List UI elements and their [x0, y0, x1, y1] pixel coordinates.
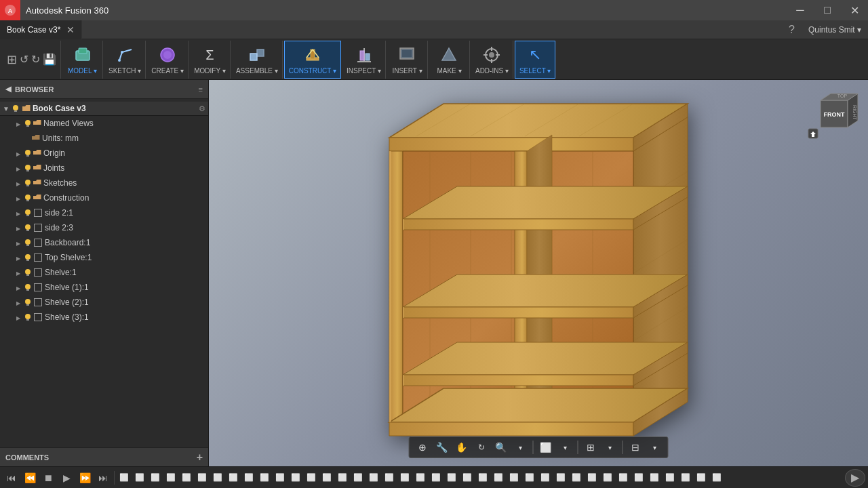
tab-bookcase[interactable]: Book Case v3* ✕	[0, 20, 82, 39]
timeline-shape-16[interactable]: ⬜	[351, 469, 366, 487]
vp-btn-pan[interactable]: ✋	[453, 439, 471, 456]
timeline-shape-11[interactable]: ⬜	[273, 469, 288, 487]
side23-expand-icon[interactable]	[14, 224, 23, 232]
timeline-shape-33[interactable]: ⬜	[616, 469, 631, 487]
tool-group-assemble[interactable]: ASSEMBLE ▾	[232, 41, 283, 79]
timeline-shape-32[interactable]: ⬜	[600, 469, 615, 487]
timeline-shape-38[interactable]: ⬜	[694, 469, 709, 487]
tool-group-create[interactable]: CREATE ▾	[147, 41, 189, 79]
timeline-shape-9[interactable]: ⬜	[241, 469, 256, 487]
timeline-shape-1[interactable]: ⬜	[117, 469, 132, 487]
playback-prev-button[interactable]: ⏪	[21, 469, 39, 487]
timeline-shape-23[interactable]: ⬜	[460, 469, 475, 487]
tree-item-shelve31[interactable]: Shelve (3):1	[0, 310, 208, 325]
comments-plus-icon[interactable]: +	[197, 451, 203, 464]
timeline-shape-7[interactable]: ⬜	[210, 469, 225, 487]
timeline-shape-10[interactable]: ⬜	[257, 469, 272, 487]
shelve31-expand-icon[interactable]	[14, 314, 23, 321]
vp-btn-zoom-dropdown[interactable]: ▾	[512, 439, 530, 456]
timeline-shape-5[interactable]: ⬜	[179, 469, 194, 487]
origin-expand-icon[interactable]	[14, 150, 23, 157]
minimize-button[interactable]: ─	[787, 0, 814, 20]
timeline-shape-35[interactable]: ⬜	[647, 469, 662, 487]
timeline-shape-25[interactable]: ⬜	[491, 469, 506, 487]
tree-item-sketches[interactable]: Sketches	[0, 176, 208, 190]
timeline-shape-13[interactable]: ⬜	[304, 469, 319, 487]
vp-btn-zoom[interactable]: 🔍	[492, 439, 510, 456]
timeline-play-button[interactable]: ▶	[845, 469, 865, 487]
vp-btn-display-settings[interactable]: 🔧	[433, 439, 451, 456]
tree-item-topshelve1[interactable]: Top Shelve:1	[0, 250, 208, 265]
tool-group-addins[interactable]: ADD-INS ▾	[471, 41, 513, 79]
timeline-shape-22[interactable]: ⬜	[444, 469, 459, 487]
playback-end-button[interactable]: ⏭	[94, 469, 112, 487]
nav-cube[interactable]: FRONT RIGHT TOP	[807, 87, 861, 141]
tool-group-inspect[interactable]: INSPECT ▾	[342, 41, 386, 79]
timeline-shape-19[interactable]: ⬜	[397, 469, 412, 487]
construction-expand-icon[interactable]	[14, 195, 23, 202]
timeline-shape-24[interactable]: ⬜	[475, 469, 490, 487]
comments-panel[interactable]: COMMENTS +	[0, 447, 208, 466]
vp-btn-orbit[interactable]: ↻	[473, 439, 490, 456]
root-expand-icon[interactable]: ▼	[3, 105, 9, 113]
redo-button[interactable]: ↻	[31, 53, 40, 66]
tree-item-shelve11[interactable]: Shelve (1):1	[0, 280, 208, 295]
viewport[interactable]: FRONT RIGHT TOP ⊕ 🔧 ✋ ↻ 🔍 ▾ ⬜ ▾ ⊞ ▾	[209, 80, 868, 466]
vp-btn-section[interactable]: ⊟	[627, 439, 644, 456]
timeline-shape-15[interactable]: ⬜	[335, 469, 350, 487]
user-menu[interactable]: Quintus Smit ▾	[802, 25, 868, 35]
browser-collapse-icon[interactable]: ◀	[5, 85, 11, 94]
timeline-shape-20[interactable]: ⬜	[413, 469, 428, 487]
timeline-shape-4[interactable]: ⬜	[163, 469, 178, 487]
tool-group-construct[interactable]: CONSTRUCT ▾	[284, 41, 341, 79]
joints-expand-icon[interactable]	[14, 165, 23, 172]
tree-item-shelve21[interactable]: Shelve (2):1	[0, 295, 208, 310]
tree-item-side23[interactable]: side 2:3	[0, 220, 208, 235]
vp-btn-section-dropdown[interactable]: ▾	[646, 439, 664, 456]
playback-start-button[interactable]: ⏮	[3, 469, 20, 487]
shelve1-expand-icon[interactable]	[14, 269, 23, 277]
timeline-shape-6[interactable]: ⬜	[195, 469, 210, 487]
browser-options-icon[interactable]: ≡	[199, 85, 203, 94]
timeline-shape-28[interactable]: ⬜	[538, 469, 553, 487]
restore-button[interactable]: □	[814, 0, 841, 20]
timeline-shape-26[interactable]: ⬜	[507, 469, 521, 487]
timeline-shape-37[interactable]: ⬜	[678, 469, 693, 487]
tool-group-make[interactable]: MAKE ▾	[429, 41, 470, 79]
tool-group-insert[interactable]: INSERT ▾	[387, 41, 428, 79]
timeline-shape-2[interactable]: ⬜	[132, 469, 147, 487]
timeline-shape-14[interactable]: ⬜	[319, 469, 334, 487]
root-settings-icon[interactable]: ⚙	[199, 104, 205, 113]
timeline-shape-3[interactable]: ⬜	[148, 469, 163, 487]
timeline-shape-31[interactable]: ⬜	[585, 469, 599, 487]
undo-button[interactable]: ↺	[20, 53, 28, 66]
timeline-shape-29[interactable]: ⬜	[553, 469, 568, 487]
tree-item-shelve1[interactable]: Shelve:1	[0, 265, 208, 280]
tree-item-named-views[interactable]: Named Views	[0, 116, 208, 131]
tool-group-model[interactable]: MODEL ▾	[62, 41, 103, 79]
browser-header[interactable]: ◀ BROWSER ≡	[0, 80, 208, 99]
tool-group-select[interactable]: ↖ SELECT ▾	[515, 41, 556, 79]
tree-item-construction[interactable]: Construction	[0, 190, 208, 205]
shelve21-expand-icon[interactable]	[14, 299, 23, 306]
playback-next-button[interactable]: ⏩	[76, 469, 94, 487]
timeline-shape-27[interactable]: ⬜	[522, 469, 537, 487]
timeline-shape-21[interactable]: ⬜	[429, 469, 443, 487]
timeline-shape-36[interactable]: ⬜	[663, 469, 677, 487]
playback-play-button[interactable]: ▶	[58, 469, 75, 487]
vp-btn-grid-dropdown[interactable]: ▾	[601, 439, 619, 456]
sketches-expand-icon[interactable]	[14, 180, 23, 187]
tree-root-item[interactable]: ▼ Book Case v3 ⚙	[0, 102, 208, 116]
timeline-shape-30[interactable]: ⬜	[569, 469, 584, 487]
timeline-shape-17[interactable]: ⬜	[366, 469, 381, 487]
backboard1-expand-icon[interactable]	[14, 239, 23, 247]
new-button[interactable]: ⊞	[7, 52, 17, 67]
tree-item-joints[interactable]: Joints	[0, 161, 208, 176]
timeline-shape-39[interactable]: ⬜	[709, 469, 724, 487]
side21-expand-icon[interactable]	[14, 209, 23, 217]
timeline-shape-34[interactable]: ⬜	[631, 469, 646, 487]
timeline-shape-12[interactable]: ⬜	[288, 469, 303, 487]
tree-item-side21[interactable]: side 2:1	[0, 205, 208, 220]
vp-btn-grid[interactable]: ⊞	[582, 439, 599, 456]
save-button[interactable]: 💾	[43, 53, 56, 66]
